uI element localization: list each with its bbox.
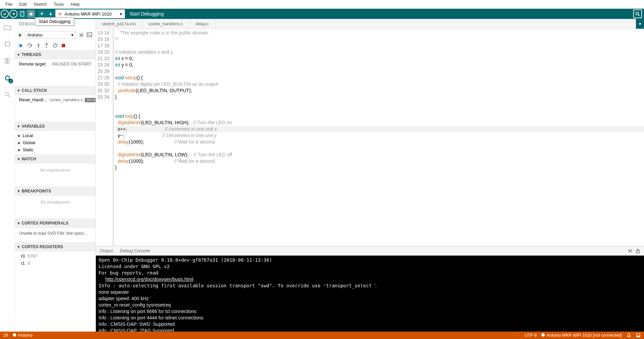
variable-scope[interactable]: ▸Static: [15, 146, 96, 153]
editor-tab-strip: sketch_jul17a.inocortex_handlers.cdelay.…: [96, 19, 644, 29]
menu-sketch[interactable]: Sketch: [30, 1, 50, 8]
status-encoding[interactable]: UTF-8: [525, 333, 537, 338]
svg-point-12: [46, 47, 47, 48]
svg-point-10: [29, 47, 30, 48]
chevron-down-icon: ▾: [18, 244, 20, 249]
debug-config-select[interactable]: Arduino ▾: [25, 31, 76, 39]
toolbar: ✕ Arduino MKR WiFi 1010 ▾ Start Debuggin…: [0, 9, 644, 19]
svg-rect-14: [637, 251, 639, 253]
svg-rect-9: [87, 33, 92, 37]
upload-button[interactable]: [9, 10, 18, 18]
code-editor[interactable]: 13 14 15 16 17 18 19 20 21 22 23 24 25 2…: [96, 29, 644, 246]
bell-icon[interactable]: [626, 333, 631, 338]
lock-scroll-icon[interactable]: [636, 249, 640, 253]
stop-icon[interactable]: [61, 44, 65, 48]
verify-button[interactable]: [1, 10, 9, 18]
cortex-periph-section-header[interactable]: ▾CORTEX PERIPHERALS: [15, 219, 96, 228]
cortex-periph-msg: Unable to load SVD File: Not speci…: [15, 229, 96, 238]
board-disconnect-icon: ✕: [58, 11, 62, 17]
bottom-tab[interactable]: Output: [100, 248, 113, 253]
boards-icon[interactable]: [3, 39, 12, 49]
step-out-icon[interactable]: [45, 43, 49, 48]
variable-scope[interactable]: ▸Global: [15, 139, 96, 146]
chevron-down-icon: ▾: [71, 32, 74, 37]
tab-overflow-button[interactable]: ▾: [636, 19, 644, 29]
register-row[interactable]: r10: [15, 260, 96, 267]
svg-rect-4: [5, 58, 7, 63]
debug-badge: 1: [8, 79, 13, 83]
debug-console[interactable]: Open On-Chip Debugger 0.10.0+dev-gf0767a…: [96, 256, 644, 332]
watch-empty: No expressions: [15, 165, 96, 175]
step-into-icon[interactable]: [36, 43, 41, 48]
svg-rect-0: [21, 11, 24, 16]
debug-activity-icon[interactable]: 1: [3, 73, 12, 82]
chevron-down-icon: ▾: [18, 221, 20, 226]
chevron-down-icon: ▾: [120, 11, 122, 17]
search-activity-icon[interactable]: [3, 90, 12, 99]
clear-console-icon[interactable]: [628, 249, 633, 253]
start-debug-icon[interactable]: [18, 33, 22, 37]
debug-panel: DEBUG Arduino ▾: [15, 19, 96, 332]
continue-icon[interactable]: [18, 43, 23, 48]
cortex-reg-section-header[interactable]: ▾CORTEX REGISTERS: [15, 242, 96, 251]
save-button[interactable]: [47, 10, 55, 18]
open-button[interactable]: [38, 10, 46, 18]
chevron-down-icon: ▾: [18, 124, 20, 129]
chevron-down-icon: ▾: [18, 189, 20, 193]
debug-button[interactable]: [27, 10, 35, 18]
svg-point-7: [5, 92, 8, 96]
status-board[interactable]: Arduino MKR WiFi 1010 [not connected]: [541, 333, 622, 338]
search-button[interactable]: [633, 9, 642, 18]
menu-edit[interactable]: Edit: [16, 1, 30, 8]
editor-area: sketch_jul17a.inocortex_handlers.cdelay.…: [96, 19, 644, 332]
line-gutter: 13 14 15 16 17 18 19 20 21 22 23 24 25 2…: [96, 29, 113, 246]
status-bar: 29 Arduino UTF-8 Arduino MKR WiFi 1010 […: [0, 332, 644, 339]
chevron-down-icon: ▾: [18, 88, 20, 93]
stack-frame-row[interactable]: Reset_Handl… cortex_handlers.c 141:0: [15, 96, 96, 104]
bottom-tab[interactable]: Debug Console: [120, 248, 150, 253]
code-content[interactable]: This example code is in the public domai…: [114, 29, 644, 246]
menu-bar: FileEditSketchToolsHelp: [0, 0, 644, 9]
library-icon[interactable]: [3, 56, 12, 66]
gear-icon[interactable]: [79, 32, 84, 38]
menu-help[interactable]: Help: [67, 1, 83, 8]
register-row[interactable]: r05797: [15, 253, 96, 260]
watch-section-header[interactable]: ▾WATCH: [15, 155, 96, 163]
close-panel-icon[interactable]: [636, 333, 641, 338]
tooltip: Start Debugging: [35, 17, 74, 26]
svg-point-1: [30, 13, 32, 16]
breakpoints-section-header[interactable]: ▾BREAKPOINTS: [15, 187, 96, 195]
svg-rect-16: [637, 336, 640, 337]
svg-rect-3: [5, 42, 9, 46]
toolbar-action-label: Start Debugging: [130, 11, 164, 17]
variable-scope[interactable]: ▸Local: [15, 132, 96, 139]
callstack-section-header[interactable]: ▾CALL STACK: [15, 86, 96, 95]
svg-point-11: [38, 47, 39, 48]
svg-point-8: [81, 34, 82, 36]
status-line-number[interactable]: 29: [3, 333, 8, 338]
step-over-icon[interactable]: [27, 43, 32, 48]
editor-tab[interactable]: sketch_jul17a.ino: [96, 19, 142, 29]
variables-section-header[interactable]: ▾VARIABLES: [15, 122, 96, 131]
board-name: Arduino MKR WiFi 1010: [64, 11, 111, 17]
console-icon[interactable]: [87, 32, 92, 38]
editor-tab[interactable]: cortex_handlers.c: [142, 19, 189, 29]
breakpoints-empty: No breakpoints: [15, 197, 96, 207]
chevron-down-icon: ▾: [18, 157, 20, 161]
new-file-button[interactable]: [18, 10, 26, 18]
explorer-icon[interactable]: [3, 22, 12, 32]
threads-section-header[interactable]: ▾THREADS: [15, 50, 96, 59]
menu-tools[interactable]: Tools: [50, 1, 67, 8]
svg-rect-13: [62, 44, 65, 47]
thread-row[interactable]: Remote target PAUSED ON START: [15, 60, 96, 68]
restart-icon[interactable]: [53, 43, 57, 48]
svg-rect-5: [7, 58, 9, 63]
chevron-down-icon: ▾: [18, 52, 20, 57]
svg-point-2: [636, 12, 639, 15]
status-mode[interactable]: Arduino: [13, 333, 32, 338]
menu-file[interactable]: File: [2, 1, 16, 8]
editor-tab[interactable]: delay.c: [189, 19, 215, 29]
bottom-panel: OutputDebug Console Open On-Chip Debugge…: [96, 246, 644, 332]
bottom-tab-strip: OutputDebug Console: [96, 246, 644, 256]
activity-bar: 1: [0, 19, 15, 332]
